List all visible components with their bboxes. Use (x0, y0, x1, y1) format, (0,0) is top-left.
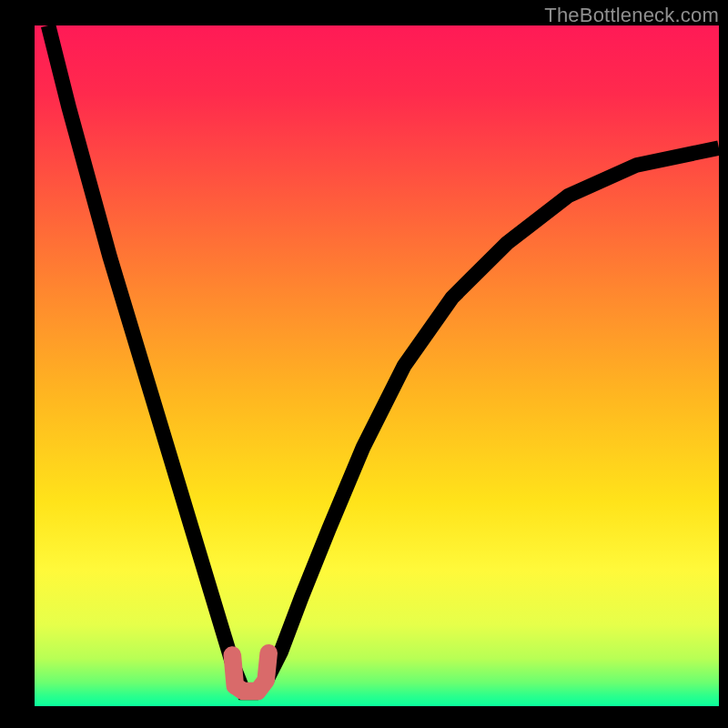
chart-canvas (35, 25, 719, 706)
watermark-text: TheBottleneck.com (544, 4, 719, 27)
bottleneck-curve (48, 25, 719, 693)
chart-frame: TheBottleneck.com (0, 0, 728, 728)
plot-area (35, 25, 719, 706)
optimal-range-marker (232, 653, 268, 692)
